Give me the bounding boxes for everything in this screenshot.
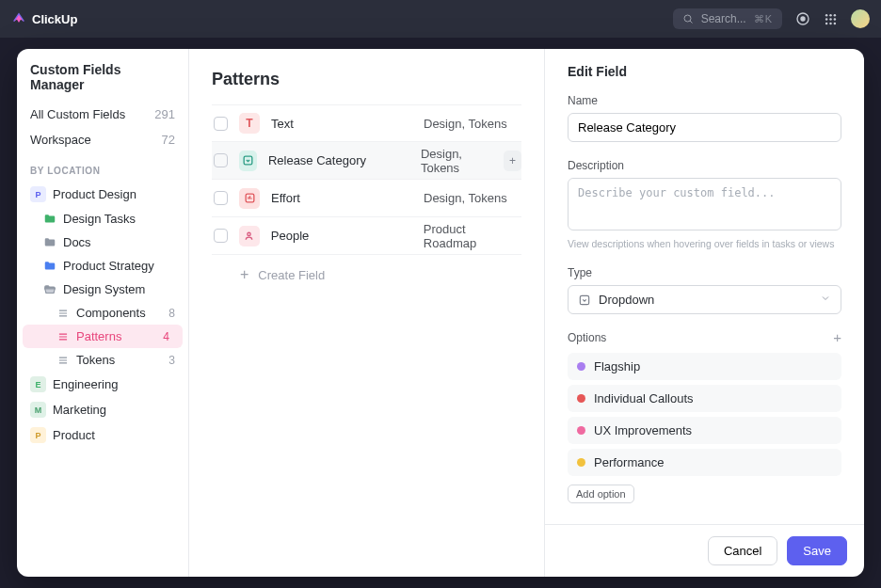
name-label: Name xyxy=(568,94,841,107)
search-icon xyxy=(682,13,694,24)
save-button[interactable]: Save xyxy=(787,536,847,565)
item-count: 3 xyxy=(168,354,179,367)
field-row-release-category[interactable]: Release Category Design, Tokens + xyxy=(212,142,521,180)
option-label: Flagship xyxy=(594,359,640,373)
field-type-select[interactable]: Dropdown xyxy=(568,285,841,314)
svg-point-9 xyxy=(825,22,828,24)
modal-backdrop: Custom Fields Manager All Custom Fields … xyxy=(0,38,881,588)
scope-count: 291 xyxy=(154,107,175,121)
item-label: Docs xyxy=(63,235,91,249)
list-components[interactable]: Components 8 xyxy=(17,301,188,325)
svg-point-3 xyxy=(825,13,828,16)
space-marketing[interactable]: M Marketing xyxy=(17,397,188,422)
list-icon xyxy=(56,307,70,320)
folder-product-strategy[interactable]: Product Strategy xyxy=(17,254,188,278)
option-row[interactable]: Individual Callouts xyxy=(568,385,841,412)
type-label: Type xyxy=(568,266,841,279)
space-badge: P xyxy=(30,427,46,443)
space-label: Product Design xyxy=(53,187,136,201)
page-title: Patterns xyxy=(212,70,521,89)
field-name: People xyxy=(271,229,412,243)
row-checkbox[interactable] xyxy=(214,191,228,205)
svg-rect-15 xyxy=(580,295,588,304)
scope-workspace[interactable]: Workspace 72 xyxy=(17,127,188,152)
search-placeholder: Search... xyxy=(701,12,746,25)
description-label: Description xyxy=(568,159,841,172)
list-tokens[interactable]: Tokens 3 xyxy=(17,348,188,372)
type-value: Dropdown xyxy=(599,293,654,307)
add-option-button[interactable]: Add option xyxy=(568,485,634,503)
space-product-design[interactable]: P Product Design xyxy=(17,182,188,207)
clickup-logo-icon xyxy=(11,11,26,26)
folder-design-system[interactable]: Design System xyxy=(17,278,188,301)
list-patterns[interactable]: Patterns 4 xyxy=(23,325,183,348)
svg-point-7 xyxy=(829,18,832,21)
space-label: Engineering xyxy=(53,377,118,391)
create-field-button[interactable]: + Create Field xyxy=(212,255,521,294)
item-label: Design Tasks xyxy=(63,212,136,226)
space-badge: P xyxy=(30,186,46,202)
svg-point-6 xyxy=(825,18,828,21)
more-locations-chip[interactable]: + xyxy=(504,151,521,171)
folder-docs[interactable]: Docs xyxy=(17,230,188,254)
field-description-input[interactable] xyxy=(568,178,841,230)
field-row-people[interactable]: People Product Roadmap xyxy=(212,217,521,255)
field-name: Effort xyxy=(271,191,412,205)
create-field-label: Create Field xyxy=(258,268,325,282)
field-locations: Design, Tokens xyxy=(421,147,492,175)
field-name: Text xyxy=(271,117,412,131)
item-count: 4 xyxy=(163,330,173,343)
option-color-dot xyxy=(577,362,585,371)
list-icon xyxy=(56,354,70,367)
brand-name: ClickUp xyxy=(32,12,77,26)
folder-icon xyxy=(43,213,56,226)
option-row[interactable]: UX Improvements xyxy=(568,417,841,444)
list-icon xyxy=(56,330,70,343)
space-badge: E xyxy=(30,376,46,392)
apps-grid-icon[interactable] xyxy=(824,12,838,26)
space-engineering[interactable]: E Engineering xyxy=(17,372,188,397)
cfm-sidebar: Custom Fields Manager All Custom Fields … xyxy=(17,49,189,577)
description-helper: View descriptions when hovering over fie… xyxy=(568,238,841,249)
folder-open-icon xyxy=(43,283,56,296)
brand-logo[interactable]: ClickUp xyxy=(11,11,77,26)
svg-point-4 xyxy=(829,13,832,16)
field-name-input[interactable] xyxy=(568,113,841,142)
row-checkbox[interactable] xyxy=(214,153,228,167)
scope-all-custom-fields[interactable]: All Custom Fields 291 xyxy=(17,102,188,127)
row-checkbox[interactable] xyxy=(214,117,228,131)
add-option-icon[interactable]: + xyxy=(833,329,841,345)
folder-icon xyxy=(43,236,56,249)
dropdown-field-icon xyxy=(239,151,257,171)
item-count: 8 xyxy=(168,307,179,320)
option-row[interactable]: Flagship xyxy=(568,353,841,380)
options-label: Options xyxy=(568,331,606,344)
item-label: Components xyxy=(76,306,146,320)
people-field-icon xyxy=(239,226,260,246)
cancel-button[interactable]: Cancel xyxy=(708,536,777,565)
row-checkbox[interactable] xyxy=(214,229,228,243)
svg-rect-12 xyxy=(244,156,252,165)
plus-icon: + xyxy=(240,267,248,282)
scope-label: All Custom Fields xyxy=(30,107,125,121)
option-color-dot xyxy=(577,458,585,467)
global-search[interactable]: Search... ⌘K xyxy=(673,8,782,29)
space-product[interactable]: P Product xyxy=(17,422,188,448)
folder-design-tasks[interactable]: Design Tasks xyxy=(17,207,188,230)
folder-icon xyxy=(43,260,56,273)
svg-point-10 xyxy=(829,22,832,24)
topbar: ClickUp Search... ⌘K xyxy=(0,0,881,38)
item-label: Patterns xyxy=(76,329,121,343)
svg-point-5 xyxy=(834,13,837,16)
cfm-title: Custom Fields Manager xyxy=(17,62,188,102)
by-location-label: BY LOCATION xyxy=(17,152,188,182)
svg-point-2 xyxy=(801,17,805,21)
record-icon[interactable] xyxy=(795,11,810,26)
field-row-text[interactable]: T Text Design, Tokens xyxy=(212,104,521,142)
option-row[interactable]: Performance xyxy=(568,449,841,476)
field-row-effort[interactable]: Effort Design, Tokens xyxy=(212,180,521,217)
search-shortcut: ⌘K xyxy=(754,13,773,25)
cfm-main: Patterns T Text Design, Tokens Release C… xyxy=(189,49,544,577)
user-avatar[interactable] xyxy=(851,9,870,28)
field-locations: Design, Tokens xyxy=(424,191,507,205)
